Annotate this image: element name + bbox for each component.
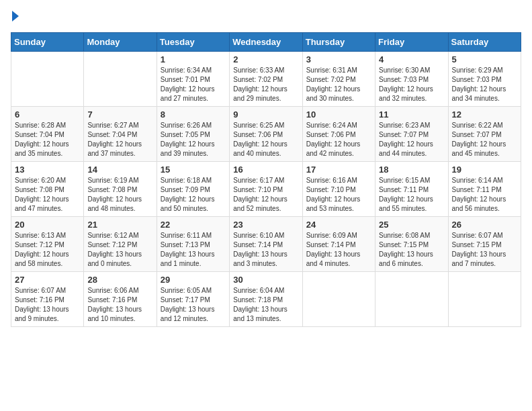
calendar-cell: 12Sunrise: 6:22 AM Sunset: 7:07 PM Dayli… xyxy=(448,107,521,162)
cell-info: Sunrise: 6:05 AM Sunset: 7:17 PM Dayligh… xyxy=(161,286,226,324)
weekday-header-sunday: Sunday xyxy=(11,33,84,52)
calendar-body: 1Sunrise: 6:34 AM Sunset: 7:01 PM Daylig… xyxy=(11,52,521,327)
calendar-cell: 14Sunrise: 6:19 AM Sunset: 7:08 PM Dayli… xyxy=(84,162,157,217)
cell-info: Sunrise: 6:19 AM Sunset: 7:08 PM Dayligh… xyxy=(87,176,152,214)
day-number: 30 xyxy=(233,275,298,285)
calendar-cell: 5Sunrise: 6:29 AM Sunset: 7:03 PM Daylig… xyxy=(448,52,521,107)
calendar-cell xyxy=(448,272,521,327)
day-number: 27 xyxy=(15,275,80,285)
calendar-cell: 1Sunrise: 6:34 AM Sunset: 7:01 PM Daylig… xyxy=(157,52,229,107)
cell-info: Sunrise: 6:09 AM Sunset: 7:14 PM Dayligh… xyxy=(306,231,371,269)
cell-info: Sunrise: 6:11 AM Sunset: 7:13 PM Dayligh… xyxy=(161,231,226,269)
calendar-cell: 30Sunrise: 6:04 AM Sunset: 7:18 PM Dayli… xyxy=(230,272,302,327)
calendar-week-row: 6Sunrise: 6:28 AM Sunset: 7:04 PM Daylig… xyxy=(11,107,521,162)
day-number: 12 xyxy=(452,109,517,120)
page-header xyxy=(11,11,521,24)
calendar-cell: 9Sunrise: 6:25 AM Sunset: 7:06 PM Daylig… xyxy=(230,107,302,162)
cell-info: Sunrise: 6:33 AM Sunset: 7:02 PM Dayligh… xyxy=(233,66,298,103)
day-number: 6 xyxy=(15,109,80,120)
calendar-cell xyxy=(84,52,157,107)
logo xyxy=(11,11,19,24)
calendar-cell xyxy=(11,52,84,107)
calendar-cell: 29Sunrise: 6:05 AM Sunset: 7:17 PM Dayli… xyxy=(157,272,229,327)
calendar-cell xyxy=(375,272,448,327)
weekday-header-monday: Monday xyxy=(84,33,157,52)
cell-info: Sunrise: 6:17 AM Sunset: 7:10 PM Dayligh… xyxy=(233,176,298,214)
cell-info: Sunrise: 6:18 AM Sunset: 7:09 PM Dayligh… xyxy=(161,176,226,214)
cell-info: Sunrise: 6:10 AM Sunset: 7:14 PM Dayligh… xyxy=(233,231,298,269)
cell-info: Sunrise: 6:08 AM Sunset: 7:15 PM Dayligh… xyxy=(379,231,444,269)
day-number: 18 xyxy=(379,165,444,175)
cell-info: Sunrise: 6:25 AM Sunset: 7:06 PM Dayligh… xyxy=(233,121,298,158)
calendar-cell: 19Sunrise: 6:14 AM Sunset: 7:11 PM Dayli… xyxy=(448,162,521,217)
day-number: 28 xyxy=(87,275,152,285)
cell-info: Sunrise: 6:28 AM Sunset: 7:04 PM Dayligh… xyxy=(15,121,80,158)
day-number: 20 xyxy=(15,220,80,230)
day-number: 13 xyxy=(15,165,80,175)
cell-info: Sunrise: 6:23 AM Sunset: 7:07 PM Dayligh… xyxy=(379,121,444,158)
day-number: 19 xyxy=(452,165,517,175)
cell-info: Sunrise: 6:27 AM Sunset: 7:04 PM Dayligh… xyxy=(87,121,152,158)
calendar-cell: 8Sunrise: 6:26 AM Sunset: 7:05 PM Daylig… xyxy=(157,107,229,162)
calendar-cell: 7Sunrise: 6:27 AM Sunset: 7:04 PM Daylig… xyxy=(84,107,157,162)
cell-info: Sunrise: 6:20 AM Sunset: 7:08 PM Dayligh… xyxy=(15,176,80,214)
weekday-header-friday: Friday xyxy=(375,33,448,52)
calendar-cell: 22Sunrise: 6:11 AM Sunset: 7:13 PM Dayli… xyxy=(157,217,229,272)
day-number: 23 xyxy=(233,220,298,230)
calendar-cell: 21Sunrise: 6:12 AM Sunset: 7:12 PM Dayli… xyxy=(84,217,157,272)
calendar-cell: 13Sunrise: 6:20 AM Sunset: 7:08 PM Dayli… xyxy=(11,162,84,217)
calendar-week-row: 27Sunrise: 6:07 AM Sunset: 7:16 PM Dayli… xyxy=(11,272,521,327)
day-number: 24 xyxy=(306,220,371,230)
calendar-week-row: 13Sunrise: 6:20 AM Sunset: 7:08 PM Dayli… xyxy=(11,162,521,217)
calendar-cell: 26Sunrise: 6:07 AM Sunset: 7:15 PM Dayli… xyxy=(448,217,521,272)
cell-info: Sunrise: 6:15 AM Sunset: 7:11 PM Dayligh… xyxy=(379,176,444,214)
calendar-cell: 23Sunrise: 6:10 AM Sunset: 7:14 PM Dayli… xyxy=(230,217,302,272)
calendar-cell: 24Sunrise: 6:09 AM Sunset: 7:14 PM Dayli… xyxy=(302,217,375,272)
calendar-cell: 2Sunrise: 6:33 AM Sunset: 7:02 PM Daylig… xyxy=(230,52,302,107)
day-number: 15 xyxy=(161,165,226,175)
cell-info: Sunrise: 6:30 AM Sunset: 7:03 PM Dayligh… xyxy=(379,66,444,103)
cell-info: Sunrise: 6:04 AM Sunset: 7:18 PM Dayligh… xyxy=(233,286,298,324)
calendar-week-row: 1Sunrise: 6:34 AM Sunset: 7:01 PM Daylig… xyxy=(11,52,521,107)
day-number: 1 xyxy=(161,54,226,64)
cell-info: Sunrise: 6:07 AM Sunset: 7:16 PM Dayligh… xyxy=(15,286,80,324)
day-number: 2 xyxy=(233,54,298,64)
day-number: 9 xyxy=(233,109,298,120)
day-number: 7 xyxy=(87,109,152,120)
day-number: 10 xyxy=(306,109,371,120)
weekday-header-tuesday: Tuesday xyxy=(157,33,229,52)
day-number: 8 xyxy=(161,109,226,120)
cell-info: Sunrise: 6:16 AM Sunset: 7:10 PM Dayligh… xyxy=(306,176,371,214)
calendar-cell: 16Sunrise: 6:17 AM Sunset: 7:10 PM Dayli… xyxy=(230,162,302,217)
calendar-cell: 18Sunrise: 6:15 AM Sunset: 7:11 PM Dayli… xyxy=(375,162,448,217)
day-number: 4 xyxy=(379,54,444,64)
calendar-cell: 4Sunrise: 6:30 AM Sunset: 7:03 PM Daylig… xyxy=(375,52,448,107)
weekday-header-saturday: Saturday xyxy=(448,33,521,52)
cell-info: Sunrise: 6:31 AM Sunset: 7:02 PM Dayligh… xyxy=(306,66,371,103)
day-number: 29 xyxy=(161,275,226,285)
day-number: 11 xyxy=(379,109,444,120)
cell-info: Sunrise: 6:26 AM Sunset: 7:05 PM Dayligh… xyxy=(161,121,226,158)
calendar-cell: 6Sunrise: 6:28 AM Sunset: 7:04 PM Daylig… xyxy=(11,107,84,162)
cell-info: Sunrise: 6:06 AM Sunset: 7:16 PM Dayligh… xyxy=(87,286,152,324)
day-number: 16 xyxy=(233,165,298,175)
calendar-cell: 28Sunrise: 6:06 AM Sunset: 7:16 PM Dayli… xyxy=(84,272,157,327)
cell-info: Sunrise: 6:07 AM Sunset: 7:15 PM Dayligh… xyxy=(452,231,517,269)
weekday-header-wednesday: Wednesday xyxy=(230,33,302,52)
day-number: 22 xyxy=(161,220,226,230)
calendar-table: SundayMondayTuesdayWednesdayThursdayFrid… xyxy=(11,32,521,327)
cell-info: Sunrise: 6:12 AM Sunset: 7:12 PM Dayligh… xyxy=(87,231,152,269)
calendar-cell: 20Sunrise: 6:13 AM Sunset: 7:12 PM Dayli… xyxy=(11,217,84,272)
cell-info: Sunrise: 6:34 AM Sunset: 7:01 PM Dayligh… xyxy=(161,66,226,103)
calendar-cell: 3Sunrise: 6:31 AM Sunset: 7:02 PM Daylig… xyxy=(302,52,375,107)
day-number: 21 xyxy=(87,220,152,230)
cell-info: Sunrise: 6:22 AM Sunset: 7:07 PM Dayligh… xyxy=(452,121,517,158)
day-number: 25 xyxy=(379,220,444,230)
weekday-header-thursday: Thursday xyxy=(302,33,375,52)
calendar-header-row: SundayMondayTuesdayWednesdayThursdayFrid… xyxy=(11,33,521,52)
cell-info: Sunrise: 6:29 AM Sunset: 7:03 PM Dayligh… xyxy=(452,66,517,103)
calendar-cell: 25Sunrise: 6:08 AM Sunset: 7:15 PM Dayli… xyxy=(375,217,448,272)
calendar-week-row: 20Sunrise: 6:13 AM Sunset: 7:12 PM Dayli… xyxy=(11,217,521,272)
day-number: 14 xyxy=(87,165,152,175)
day-number: 3 xyxy=(306,54,371,64)
